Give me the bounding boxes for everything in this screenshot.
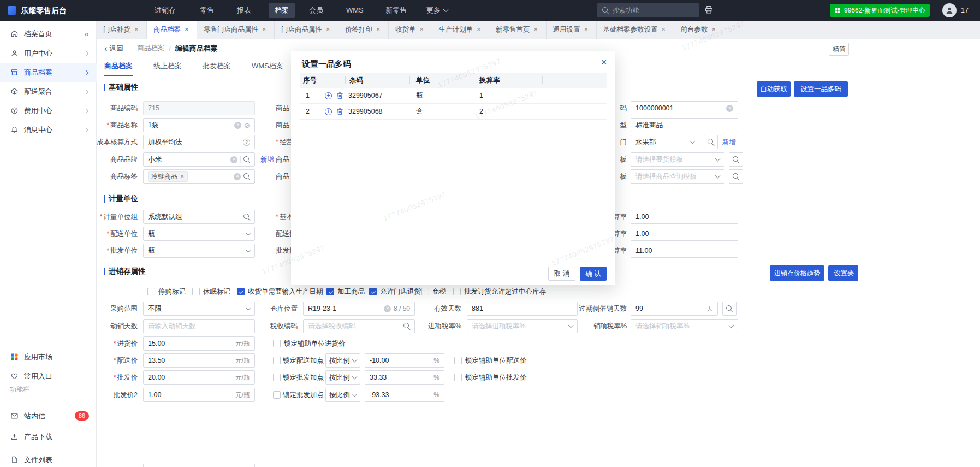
checkbox-wholesale-over-stock[interactable] bbox=[453, 288, 461, 295]
checkbox-lock-wholesale-aux[interactable] bbox=[454, 374, 462, 381]
add-brand-link[interactable]: 新增 bbox=[260, 152, 274, 167]
nav-reports[interactable]: 报表 bbox=[237, 0, 251, 21]
department-search-button[interactable] bbox=[704, 135, 718, 149]
page-tab-wms-archive[interactable]: WMS档案 bbox=[252, 57, 283, 76]
checkbox-label[interactable]: 批发订货允许超过中心库存 bbox=[464, 288, 546, 296]
rate-input[interactable]: 11.00 bbox=[631, 244, 738, 258]
compact-button[interactable]: 精简 bbox=[829, 43, 849, 56]
page-tab-product-archive[interactable]: 商品档案 bbox=[104, 57, 133, 76]
row-unit[interactable]: 瓶 bbox=[416, 88, 423, 104]
close-icon[interactable] bbox=[262, 27, 268, 33]
sidebar-item-home[interactable]: 档案首页 bbox=[0, 24, 97, 43]
clear-icon[interactable] bbox=[726, 105, 733, 112]
close-icon[interactable] bbox=[477, 27, 482, 33]
checkbox-label[interactable]: 允许门店退货 bbox=[380, 288, 421, 296]
product-type-input[interactable]: 标准商品 bbox=[631, 118, 738, 132]
workspace-tab[interactable]: 新零售首页 bbox=[489, 21, 547, 39]
checkbox-label[interactable]: 锁定配送加点 bbox=[283, 357, 324, 365]
valid-days-input[interactable]: 881 bbox=[467, 302, 578, 316]
checkbox-dormant[interactable] bbox=[192, 288, 200, 295]
warehouse-position-input[interactable]: R19-23-1 8 / 50 bbox=[303, 302, 415, 316]
org-badge[interactable]: 99662-新界面测试-管理中心 bbox=[830, 4, 930, 17]
row-barcode[interactable]: 329905068 bbox=[348, 104, 383, 120]
nav-wms[interactable]: WMS bbox=[346, 0, 364, 21]
tag-input[interactable]: 冷链商品 bbox=[143, 169, 255, 184]
sidebar-item-file-list[interactable]: 文件列表 bbox=[0, 450, 97, 467]
global-search-input[interactable]: 搜索功能 bbox=[597, 3, 699, 17]
barcode-input[interactable]: 1000000001 bbox=[631, 101, 738, 115]
clear-icon[interactable] bbox=[234, 122, 241, 129]
buy-price-input[interactable]: 15.00 元/瓶 bbox=[143, 336, 255, 351]
close-icon[interactable] bbox=[326, 27, 331, 33]
back-button[interactable]: 返回 bbox=[109, 44, 123, 54]
name-input[interactable]: 1袋 bbox=[143, 118, 255, 132]
checkbox-allow-store-return[interactable] bbox=[369, 288, 377, 295]
clear-icon[interactable] bbox=[230, 156, 237, 163]
nav-archive[interactable]: 档案 bbox=[269, 3, 295, 18]
close-icon[interactable] bbox=[534, 27, 539, 33]
tag-chip[interactable]: 冷链商品 bbox=[148, 171, 188, 182]
unit-group-input[interactable]: 系统默认组 bbox=[143, 210, 255, 224]
checkbox-label[interactable]: 锁定批发加点 bbox=[283, 391, 324, 399]
breadcrumb-parent[interactable]: 商品档案 bbox=[137, 44, 164, 53]
brand-input[interactable]: 小米 bbox=[143, 152, 255, 167]
code-input[interactable]: 715 bbox=[143, 101, 255, 115]
close-icon[interactable] bbox=[185, 27, 190, 33]
page-tab-online-archive[interactable]: 线上档案 bbox=[153, 57, 182, 76]
wholesale-markup-mode-select[interactable]: 按比例 bbox=[325, 370, 360, 385]
checkbox-label[interactable]: 锁定辅助单位进货价 bbox=[284, 340, 346, 348]
workspace-tab[interactable]: 门店商品属性 bbox=[275, 21, 338, 39]
workspace-tab[interactable]: 零售门店商品属性 bbox=[197, 21, 275, 39]
row-rate[interactable]: 1 bbox=[479, 88, 483, 104]
confirm-button[interactable]: 确 认 bbox=[580, 267, 607, 281]
moving-days-input[interactable]: 请输入动销天数 bbox=[143, 319, 255, 333]
checkbox-processed-goods[interactable] bbox=[326, 288, 334, 295]
workspace-tab[interactable]: 前台参数 bbox=[674, 21, 724, 39]
wholesale2-markup-input[interactable]: -93.33 % bbox=[365, 388, 444, 402]
sidebar-item-product-archive[interactable]: 商品档案 bbox=[0, 63, 97, 82]
close-icon[interactable] bbox=[601, 58, 607, 67]
workspace-tab[interactable]: 通用设置 bbox=[547, 21, 597, 39]
wholesale2-markup-mode-select[interactable]: 按比例 bbox=[325, 388, 360, 402]
nav-more[interactable]: 更多 bbox=[426, 0, 448, 21]
nav-retail[interactable]: 零售 bbox=[200, 0, 214, 21]
checkbox-label[interactable]: 加工商品 bbox=[337, 288, 365, 296]
add-row-icon[interactable] bbox=[325, 108, 332, 115]
checkbox-label[interactable]: 锁定批发加点 bbox=[283, 374, 324, 382]
search-icon[interactable] bbox=[243, 156, 250, 163]
expire-search-button[interactable] bbox=[722, 302, 737, 316]
price-trend-button[interactable]: 进销存价格趋势 bbox=[770, 265, 824, 281]
avatar[interactable] bbox=[942, 3, 957, 17]
multi-barcode-button[interactable]: 设置一品多码 bbox=[794, 81, 848, 97]
sidebar-item-fee-center[interactable]: 费用中心 bbox=[0, 101, 97, 120]
auto-fetch-button[interactable]: 自动获取 bbox=[757, 81, 791, 97]
deliver-markup-mode-select[interactable]: 按比例 bbox=[325, 353, 360, 368]
clear-icon[interactable] bbox=[384, 305, 391, 312]
checkbox-require-production-date[interactable] bbox=[237, 288, 245, 295]
search-icon[interactable] bbox=[243, 173, 250, 180]
checkbox-label[interactable]: 锁定辅助单位配送价 bbox=[465, 357, 527, 365]
workspace-tab[interactable]: 商品档案 bbox=[147, 21, 197, 39]
sidebar-item-inbox[interactable]: 站内信 86 bbox=[0, 406, 97, 425]
checkbox-label[interactable]: 休眠标记 bbox=[203, 288, 230, 296]
close-icon[interactable] bbox=[712, 27, 717, 33]
cost-method-input[interactable]: 加权平均法 bbox=[143, 135, 255, 149]
wholesale-markup-input[interactable]: 33.33 % bbox=[365, 370, 444, 385]
wholesale-price2-input[interactable]: 1.00 元/瓶 bbox=[143, 388, 255, 402]
close-icon[interactable] bbox=[584, 27, 590, 33]
close-icon[interactable] bbox=[134, 27, 140, 33]
sidebar-item-common-entry[interactable]: 常用入口 bbox=[0, 366, 97, 386]
query-template-select[interactable]: 请选择商品查询模板 bbox=[631, 169, 724, 184]
delete-row-icon[interactable] bbox=[336, 92, 343, 99]
checkbox-tax-free[interactable] bbox=[421, 288, 429, 295]
delivery-unit-select[interactable]: 瓶 bbox=[143, 227, 255, 241]
nav-new-retail[interactable]: 新零售 bbox=[385, 0, 407, 21]
clear-icon[interactable] bbox=[234, 173, 241, 180]
workspace-tab[interactable]: 收货单 bbox=[389, 21, 432, 39]
checkbox-label[interactable]: 停购标记 bbox=[158, 288, 186, 296]
template-search-button[interactable] bbox=[729, 169, 743, 184]
workspace-tab[interactable]: 门店补货 bbox=[97, 21, 147, 39]
search-icon[interactable] bbox=[243, 214, 250, 220]
checkbox-lock-buy-aux[interactable] bbox=[273, 340, 281, 347]
rate-input[interactable]: 1.00 bbox=[631, 210, 738, 224]
